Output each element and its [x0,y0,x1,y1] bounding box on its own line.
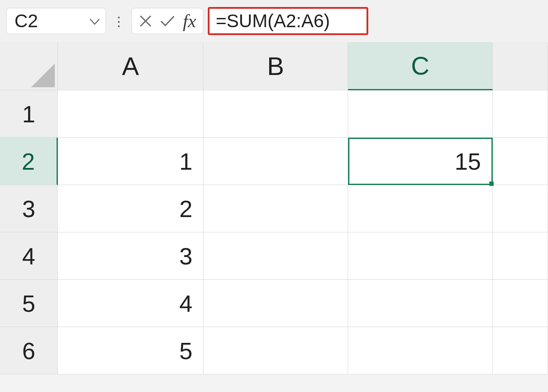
cell-C3[interactable] [348,185,493,232]
cell-C1[interactable] [348,90,493,138]
row-header-1[interactable]: 1 [0,90,58,138]
fx-icon[interactable]: fx [183,11,196,32]
cell-B6[interactable] [203,327,348,374]
cell-A5[interactable]: 4 [58,280,203,327]
cell-D5[interactable] [493,280,548,327]
cell-D6[interactable] [493,327,548,374]
formula-input[interactable] [216,11,360,32]
cell-B4[interactable] [203,232,348,280]
cell-C2[interactable]: 15 [348,138,493,185]
cell-B2[interactable] [203,138,348,185]
cell-A1[interactable] [58,90,203,138]
enter-icon[interactable] [160,14,175,28]
cell-B1[interactable] [203,90,348,138]
cell-D3[interactable] [493,185,548,232]
row-header-4[interactable]: 4 [0,232,58,280]
col-header-A[interactable]: A [58,42,203,90]
formula-bar: C2 ⋮ fx [0,0,548,42]
select-all-corner[interactable] [0,42,58,90]
name-box-value: C2 [14,11,38,32]
col-header-blank[interactable] [493,42,548,90]
cell-A4[interactable]: 3 [58,232,203,280]
col-header-B[interactable]: B [203,42,348,90]
row-header-5[interactable]: 5 [0,280,58,327]
more-icon[interactable]: ⋮ [110,14,127,29]
cell-D2[interactable] [493,138,548,185]
cell-B5[interactable] [203,280,348,327]
formula-input-highlight [208,7,368,35]
cell-B3[interactable] [203,185,348,232]
cell-D4[interactable] [493,232,548,280]
name-box[interactable]: C2 [6,8,106,34]
cell-D1[interactable] [493,90,548,138]
formula-actions: fx [132,8,203,34]
row-header-6[interactable]: 6 [0,327,58,374]
cell-A6[interactable]: 5 [58,327,203,374]
cell-C6[interactable] [348,327,493,374]
cell-C4[interactable] [348,232,493,280]
cell-A3[interactable]: 2 [58,185,203,232]
chevron-down-icon[interactable] [90,14,100,28]
cell-C5[interactable] [348,280,493,327]
cell-A2[interactable]: 1 [58,138,203,185]
row-header-3[interactable]: 3 [0,185,58,232]
cancel-icon[interactable] [139,14,152,28]
col-header-C[interactable]: C [348,42,493,90]
row-header-2[interactable]: 2 [0,138,58,185]
spreadsheet-grid: A B C 1 2 1 15 3 2 4 3 5 4 6 5 [0,42,548,374]
